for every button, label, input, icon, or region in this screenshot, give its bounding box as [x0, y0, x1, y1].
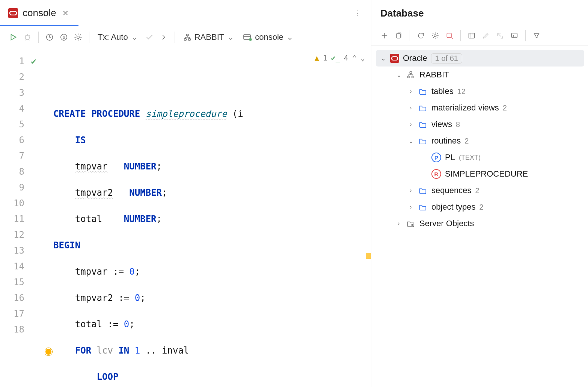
- tree-node-rabbit[interactable]: ⌄ RABBIT: [376, 67, 584, 83]
- tree-node-routines[interactable]: ⌄ routines 2: [376, 133, 584, 149]
- tree-label: materialized views: [431, 103, 499, 113]
- table-view-icon[interactable]: [465, 29, 478, 42]
- folder-icon: [418, 86, 428, 96]
- gutter: 1✔ 2 3 4 5 6 7 8 9 10 11 12 13 14 15 16 …: [0, 48, 45, 387]
- tree-label: RABBIT: [419, 70, 449, 80]
- database-tree[interactable]: ⌄ Oracle 1 of 61 ⌄ RABBIT › tables 12 ›: [371, 45, 588, 232]
- properties-icon[interactable]: p: [57, 31, 70, 44]
- svg-point-12: [434, 35, 436, 37]
- commit-icon[interactable]: [143, 31, 156, 44]
- tree-node-routine-pl[interactable]: P PL (TEXT): [376, 149, 584, 166]
- chevron-right-icon[interactable]: ›: [407, 204, 414, 210]
- tree-label: Server Objects: [419, 219, 474, 228]
- tree-label: tables: [431, 86, 454, 96]
- tree-node-object-types[interactable]: › object types 2: [376, 199, 584, 215]
- chevron-right-icon[interactable]: ›: [395, 220, 402, 227]
- editor-tab-row: console ✕ ⋮: [0, 0, 371, 26]
- code-body[interactable]: ▲1 ✔̲4 ⌃ ⌄ CREATE PROCEDURE simpleproced…: [45, 48, 371, 387]
- svg-rect-16: [392, 57, 398, 60]
- chevron-right-icon[interactable]: ›: [407, 121, 414, 128]
- database-pane: Database ⌄ Oracle 1 of 61 ⌄: [371, 0, 588, 387]
- tree-count: 8: [456, 120, 460, 129]
- tree-label: views: [431, 119, 452, 129]
- server-objects-icon: [406, 219, 416, 228]
- inspection-widget[interactable]: ▲1 ✔̲4 ⌃ ⌄: [315, 53, 365, 62]
- refresh-icon[interactable]: [415, 29, 427, 42]
- tree-label: SIMPLEPROCEDURE: [445, 169, 528, 179]
- rollback-icon[interactable]: [157, 31, 170, 44]
- oracle-icon: [8, 8, 18, 18]
- svg-point-5: [77, 36, 79, 38]
- tree-node-matviews[interactable]: › materialized views 2: [376, 100, 584, 116]
- warning-icon: ▲: [315, 53, 319, 62]
- filter-icon[interactable]: [530, 29, 543, 42]
- tab-console[interactable]: console ✕: [0, 0, 78, 26]
- svg-rect-11: [397, 33, 400, 38]
- folder-icon: [418, 202, 428, 212]
- svg-point-10: [249, 38, 252, 41]
- tree-label: sequences: [431, 186, 471, 195]
- edit-icon[interactable]: [479, 29, 492, 42]
- tree-node-sequences[interactable]: › sequences 2: [376, 182, 584, 199]
- intention-bulb-icon[interactable]: [45, 348, 52, 355]
- editor-toolbar: p Tx: Auto ⌄ RABBIT ⌄ console ⌄: [0, 26, 371, 48]
- settings-icon[interactable]: [72, 31, 84, 44]
- tree-label: Oracle: [403, 53, 427, 63]
- tab-label: console: [23, 7, 56, 19]
- chevron-down-icon[interactable]: ⌄: [407, 138, 414, 145]
- folder-icon: [418, 119, 428, 129]
- tree-sublabel: (TEXT): [459, 154, 481, 162]
- database-toolbar: [371, 26, 588, 45]
- chevron-down-icon[interactable]: ⌄: [360, 53, 365, 62]
- schema-label: RABBIT: [194, 32, 224, 42]
- tree-count: 2: [475, 186, 479, 195]
- code-editor[interactable]: 1✔ 2 3 4 5 6 7 8 9 10 11 12 13 14 15 16 …: [0, 48, 371, 387]
- chevron-right-icon[interactable]: ›: [407, 88, 414, 95]
- editor-pane: console ✕ ⋮ p Tx: Auto ⌄: [0, 0, 371, 387]
- session-label: console: [255, 32, 283, 42]
- chevron-down-icon: ⌄: [131, 32, 138, 42]
- session-dropdown[interactable]: console ⌄: [239, 31, 297, 44]
- tree-label: PL: [445, 153, 455, 162]
- tree-count: 2: [464, 137, 469, 145]
- svg-rect-18: [408, 76, 410, 78]
- gear-icon[interactable]: [429, 29, 442, 42]
- stop-icon[interactable]: [443, 29, 456, 42]
- console-icon[interactable]: [508, 29, 521, 42]
- chevron-down-icon[interactable]: ⌄: [380, 55, 386, 62]
- tree-label: object types: [431, 202, 475, 212]
- tree-node-server-objects[interactable]: › Server Objects: [376, 215, 584, 232]
- folder-icon: [418, 186, 428, 195]
- tx-mode-dropdown[interactable]: Tx: Auto ⌄: [94, 31, 142, 44]
- svg-rect-13: [447, 33, 451, 38]
- chevron-right-icon[interactable]: ›: [407, 187, 414, 194]
- chevron-right-icon[interactable]: ›: [407, 104, 414, 111]
- tree-node-views[interactable]: › views 8: [376, 116, 584, 133]
- tree-node-oracle[interactable]: ⌄ Oracle 1 of 61: [376, 50, 584, 67]
- debug-icon[interactable]: [21, 31, 34, 44]
- oracle-icon: [390, 54, 399, 63]
- run-icon[interactable]: [7, 31, 20, 44]
- tree-count: 2: [503, 104, 507, 112]
- folder-icon: [418, 103, 428, 113]
- add-icon[interactable]: [378, 29, 391, 42]
- tree-label: routines: [431, 136, 461, 146]
- chevron-down-icon[interactable]: ⌄: [395, 71, 402, 79]
- duplicate-icon[interactable]: [392, 29, 405, 42]
- typo-icon: ✔̲: [331, 53, 340, 62]
- chevron-down-icon: ⌄: [227, 32, 234, 42]
- database-panel-title: Database: [371, 0, 588, 26]
- svg-rect-14: [469, 33, 475, 38]
- close-icon[interactable]: ✕: [61, 7, 70, 19]
- tree-count: 2: [479, 203, 483, 212]
- history-icon[interactable]: [43, 31, 56, 44]
- chevron-up-icon[interactable]: ⌃: [352, 53, 357, 62]
- schema-dropdown[interactable]: RABBIT ⌄: [179, 31, 238, 44]
- more-icon[interactable]: ⋮: [345, 9, 371, 17]
- svg-rect-0: [10, 11, 17, 15]
- jump-icon[interactable]: [494, 29, 507, 42]
- chevron-down-icon: ⌄: [286, 32, 293, 42]
- warning-stripe[interactable]: [366, 253, 371, 259]
- tree-node-routine-simpleprocedure[interactable]: R SIMPLEPROCEDURE: [376, 166, 584, 182]
- tree-node-tables[interactable]: › tables 12: [376, 83, 584, 100]
